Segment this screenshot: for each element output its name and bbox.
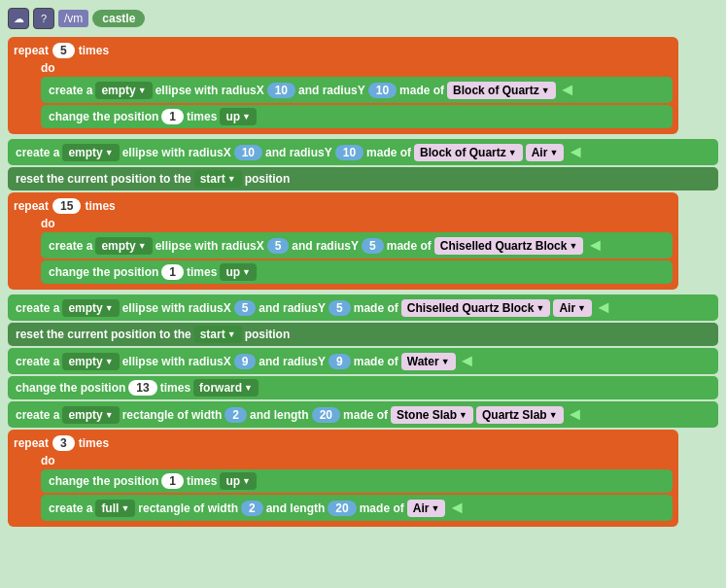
connector-w: ◄	[459, 351, 476, 371]
mat-air-o2[interactable]: Air ▼	[553, 299, 592, 317]
repeat-block-2: repeat 15 times do create a empty ▼ elli…	[8, 192, 678, 290]
val-radiusy-w[interactable]: 9	[328, 354, 351, 369]
connector-3: ◄	[448, 498, 466, 518]
dropdown-empty-1[interactable]: empty ▼	[95, 82, 152, 99]
mat-chiselled-o2[interactable]: Chiselled Quartz Block ▼	[401, 299, 551, 317]
val-radiusx-o1[interactable]: 10	[234, 145, 262, 160]
repeat-block-1: repeat 5 times do create a empty ▼ ellip…	[8, 37, 678, 134]
dropdown-start-2[interactable]: start ▼	[194, 326, 242, 343]
reset-block-1: reset the current position to the start …	[8, 167, 718, 190]
reset-block-2: reset the current position to the start …	[8, 323, 718, 346]
mat-air-o1[interactable]: Air ▼	[526, 144, 565, 161]
stmt-create-ellipse-outer-1: create a empty ▼ ellipse with radiusX 10…	[8, 139, 718, 165]
val-pos-2[interactable]: 1	[161, 264, 184, 280]
val-radiusy-1[interactable]: 10	[368, 83, 397, 98]
connector-2: ◄	[586, 235, 604, 256]
dropdown-empty-o2[interactable]: empty ▼	[62, 299, 119, 317]
val-width-3[interactable]: 2	[241, 501, 263, 516]
val-length-3[interactable]: 20	[328, 501, 356, 516]
repeat-times-3[interactable]: 3	[52, 435, 75, 451]
dropdown-empty-rect[interactable]: empty ▼	[62, 406, 119, 424]
dropdown-full[interactable]: full ▼	[95, 500, 135, 517]
stmt-change-pos-2: change the position 1 times up ▼	[41, 260, 673, 284]
repeat-label-1: repeat	[14, 44, 49, 57]
main-container: ☁ ? /vm castle repeat 5 times do create …	[0, 0, 726, 588]
val-radiusx-1[interactable]: 10	[267, 83, 295, 98]
do-label-2: do	[41, 217, 55, 230]
dropdown-empty-w[interactable]: empty ▼	[62, 353, 119, 370]
do-body-2: do create a empty ▼ ellipse with radiusX…	[41, 216, 673, 284]
repeat-header-2: repeat 15 times	[14, 196, 673, 216]
repeat-header-1: repeat 5 times	[14, 41, 673, 60]
times-label-2: times	[85, 199, 115, 213]
val-radiusx-w[interactable]: 9	[234, 354, 257, 369]
dropdown-empty-o1[interactable]: empty ▼	[62, 144, 119, 161]
val-pos-fwd[interactable]: 13	[128, 380, 156, 396]
val-radiusy-o1[interactable]: 10	[335, 145, 363, 160]
stmt-change-pos-1: change the position 1 times up ▼	[41, 105, 673, 128]
stmt-change-pos-3: change the position 1 times up ▼	[41, 469, 673, 493]
val-pos-3[interactable]: 1	[161, 473, 184, 489]
val-width-rect[interactable]: 2	[225, 407, 247, 423]
connector-rect: ◄	[567, 404, 584, 425]
castle-tag[interactable]: castle	[92, 10, 145, 27]
repeat-times-2[interactable]: 15	[52, 198, 81, 214]
val-radiusx-2[interactable]: 5	[267, 238, 290, 254]
val-pos-1[interactable]: 1	[161, 109, 184, 124]
repeat-header-3: repeat 3 times	[14, 433, 673, 453]
stmt-create-ellipse-1: create a empty ▼ ellipse with radiusX 10…	[41, 77, 673, 103]
mat-quartz-slab[interactable]: Quartz Slab ▼	[476, 406, 564, 424]
mat-air-3[interactable]: Air ▼	[407, 500, 446, 517]
help-icon[interactable]: ?	[33, 8, 54, 29]
times-label-1: times	[79, 44, 109, 57]
dropdown-dir-2[interactable]: up ▼	[220, 263, 257, 281]
dropdown-start-1[interactable]: start ▼	[194, 170, 242, 188]
mat-stone-slab[interactable]: Stone Slab ▼	[391, 406, 473, 424]
connector-1: ◄	[559, 80, 576, 100]
stmt-change-pos-forward: change the position 13 times forward ▼	[8, 376, 718, 399]
connector-o2: ◄	[595, 297, 612, 318]
repeat-label-2: repeat	[14, 199, 49, 213]
stmt-full-air-rect: create a full ▼ rectangle of width 2 and…	[41, 495, 673, 521]
do-body-3: do change the position 1 times up ▼ crea…	[41, 453, 673, 521]
val-length-rect[interactable]: 20	[312, 407, 340, 423]
times-label-3: times	[79, 436, 109, 450]
repeat-block-3: repeat 3 times do change the position 1 …	[8, 430, 678, 527]
mat-block-of-quartz-1[interactable]: Block of Quartz ▼	[447, 82, 556, 99]
top-bar: ☁ ? /vm castle	[8, 8, 718, 29]
mat-block-quartz-o1[interactable]: Block of Quartz ▼	[414, 144, 523, 161]
dropdown-dir-1[interactable]: up ▼	[220, 108, 257, 125]
dropdown-forward[interactable]: forward ▼	[193, 379, 259, 397]
stmt-rectangle-stone: create a empty ▼ rectangle of width 2 an…	[8, 401, 718, 428]
repeat-label-3: repeat	[14, 436, 49, 450]
mat-chiselled-1[interactable]: Chiselled Quartz Block ▼	[434, 237, 584, 255]
do-body-1: do create a empty ▼ ellipse with radiusX…	[41, 60, 673, 128]
do-label-3: do	[41, 454, 55, 467]
stmt-chiselled-outer: create a empty ▼ ellipse with radiusX 5 …	[8, 294, 718, 321]
dropdown-up-3[interactable]: up ▼	[220, 472, 257, 490]
stmt-create-chiselled-1: create a empty ▼ ellipse with radiusX 5 …	[41, 232, 673, 259]
val-radiusy-o2[interactable]: 5	[328, 300, 351, 316]
val-radiusy-2[interactable]: 5	[362, 238, 384, 254]
repeat-times-1[interactable]: 5	[52, 43, 75, 58]
dropdown-empty-2[interactable]: empty ▼	[95, 237, 152, 255]
do-label-1: do	[41, 61, 55, 75]
connector-o1: ◄	[567, 142, 584, 162]
val-radiusx-o2[interactable]: 5	[234, 300, 257, 316]
mat-water[interactable]: Water ▼	[401, 353, 456, 370]
stmt-water-ellipse: create a empty ▼ ellipse with radiusX 9 …	[8, 348, 718, 374]
vm-tag: /vm	[58, 10, 88, 27]
cloud-icon[interactable]: ☁	[8, 8, 29, 29]
